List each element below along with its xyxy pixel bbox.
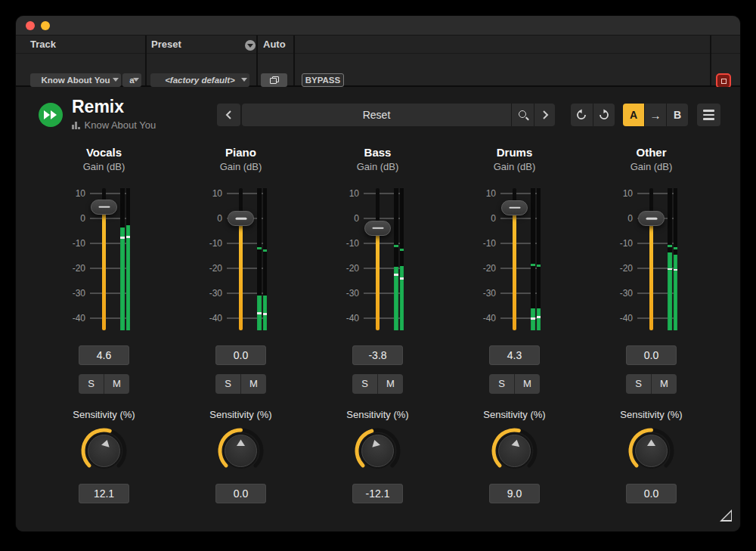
db-tick-label: 0 — [186, 212, 222, 224]
channel-name: Other — [583, 146, 720, 159]
gain-fader-handle[interactable] — [638, 211, 665, 226]
gain-fader-handle[interactable] — [228, 211, 254, 226]
gain-value-field[interactable]: 4.3 — [489, 345, 540, 365]
meter-level-fill — [668, 252, 672, 330]
meter-zone: 100-10-20-30-40 — [309, 188, 446, 330]
preset-section-label: Preset — [151, 39, 181, 50]
mute-button[interactable]: M — [104, 374, 129, 394]
ab-a-button[interactable]: A — [623, 104, 644, 126]
close-button[interactable] — [26, 21, 35, 30]
gain-fader-fill — [513, 208, 516, 330]
solo-button[interactable]: S — [79, 374, 104, 394]
meter-peak-line — [120, 237, 125, 239]
channel-strip: Piano Gain (dB) 100-10-20-30-40 0.0 S M … — [172, 144, 309, 503]
channel-strips: Vocals Gain (dB) 100-10-20-30-40 4.6 S M… — [36, 144, 720, 503]
mute-button[interactable]: M — [515, 374, 540, 394]
gain-fader-handle[interactable] — [501, 200, 528, 215]
channel-strip: Drums Gain (dB) 100-10-20-30-40 4.3 S M … — [446, 144, 583, 503]
meter-level-fill — [537, 308, 541, 330]
minimize-button[interactable] — [41, 21, 50, 30]
gain-label: Gain (dB) — [172, 161, 309, 172]
solo-button[interactable]: S — [489, 374, 514, 394]
plugin-title: Remix — [72, 97, 124, 117]
gain-fader-handle[interactable] — [91, 200, 117, 215]
sensitivity-knob[interactable] — [79, 426, 129, 475]
db-tick-label: 10 — [49, 187, 85, 200]
sensitivity-value-field[interactable]: 12.1 — [79, 484, 129, 503]
track-selector-value: Know About You — [41, 76, 110, 85]
db-tick-label: -20 — [186, 262, 222, 274]
mute-button[interactable]: M — [652, 374, 677, 394]
track-letter-selector[interactable]: a — [122, 73, 141, 87]
channel-strip: Vocals Gain (dB) 100-10-20-30-40 4.6 S M… — [36, 144, 172, 503]
target-button[interactable] — [716, 73, 731, 88]
waveform-bars-icon — [72, 122, 80, 131]
channel-strip: Bass Gain (dB) 100-10-20-30-40 -3.8 S M … — [309, 144, 446, 503]
preset-selector[interactable]: <factory default> — [150, 73, 249, 87]
db-tick-label: -10 — [49, 237, 85, 249]
sensitivity-value-field[interactable]: -12.1 — [352, 484, 403, 503]
level-meter-right — [126, 188, 131, 330]
sensitivity-value-field[interactable]: 9.0 — [489, 484, 540, 503]
menu-button[interactable] — [697, 104, 720, 126]
level-meter-left — [120, 188, 125, 330]
meter-peak-hold — [668, 245, 672, 247]
sensitivity-knob[interactable] — [216, 426, 265, 475]
sensitivity-label: Sensitivity (%) — [446, 409, 583, 420]
sensitivity-knob[interactable] — [490, 426, 539, 475]
mute-button[interactable]: M — [241, 374, 266, 394]
redo-button[interactable] — [593, 104, 615, 126]
gain-fader-fill — [649, 218, 653, 330]
section-divider — [293, 36, 295, 85]
bypass-button[interactable]: BYPASS — [302, 73, 344, 87]
gain-value-field[interactable]: -3.8 — [352, 345, 403, 365]
plugin-body: Remix Know About You Reset A — [16, 87, 740, 531]
mute-button[interactable]: M — [378, 374, 403, 394]
db-tick-label: -40 — [596, 312, 633, 324]
db-tick-label: -10 — [186, 237, 222, 249]
gain-value-field[interactable]: 4.6 — [79, 345, 129, 365]
gain-label: Gain (dB) — [309, 161, 446, 172]
db-tick-label: -30 — [49, 287, 85, 299]
remix-logo-icon — [39, 103, 63, 127]
preset-name-display[interactable]: Reset — [242, 104, 511, 126]
meter-zone: 100-10-20-30-40 — [583, 188, 720, 330]
sensitivity-value-field[interactable]: 0.0 — [215, 484, 266, 503]
preset-next-button[interactable] — [534, 104, 555, 126]
channel-name: Piano — [172, 146, 309, 159]
level-meter-left — [668, 188, 672, 330]
track-selector[interactable]: Know About You — [30, 73, 121, 87]
meter-level-fill — [394, 267, 398, 330]
sensitivity-knob[interactable] — [627, 426, 676, 475]
sensitivity-knob[interactable] — [353, 426, 402, 475]
resize-handle[interactable] — [720, 509, 732, 522]
db-tick-label: -40 — [49, 312, 85, 324]
auto-enable-button[interactable] — [261, 73, 287, 87]
preset-search-button[interactable] — [511, 104, 534, 126]
solo-button[interactable]: S — [215, 374, 240, 394]
chrome-divider — [16, 53, 740, 54]
db-tick-label: -40 — [323, 312, 359, 324]
solo-button[interactable]: S — [626, 374, 651, 394]
preset-prev-button[interactable] — [217, 104, 240, 126]
automation-icon — [270, 76, 279, 84]
ab-b-button[interactable]: B — [666, 104, 688, 126]
gain-fader-handle[interactable] — [364, 221, 391, 236]
db-tick-label: -20 — [460, 262, 496, 274]
undo-button[interactable] — [571, 104, 593, 126]
level-meter-right — [400, 188, 404, 330]
gain-value-field[interactable]: 0.0 — [215, 345, 266, 365]
meter-zone: 100-10-20-30-40 — [36, 188, 172, 330]
section-divider — [145, 36, 147, 85]
plugin-subtitle: Know About You — [72, 119, 156, 131]
db-tick-label: -20 — [49, 262, 85, 274]
db-tick-label: 0 — [49, 212, 85, 224]
gain-value-field[interactable]: 0.0 — [626, 345, 677, 365]
ab-copy-arrow-button[interactable]: → — [644, 104, 666, 126]
solo-button[interactable]: S — [352, 374, 377, 394]
chevron-down-icon — [113, 78, 119, 82]
preset-menu-icon[interactable] — [245, 40, 256, 51]
meter-zone: 100-10-20-30-40 — [446, 188, 583, 330]
gain-fader-fill — [102, 207, 106, 330]
sensitivity-value-field[interactable]: 0.0 — [626, 484, 677, 503]
